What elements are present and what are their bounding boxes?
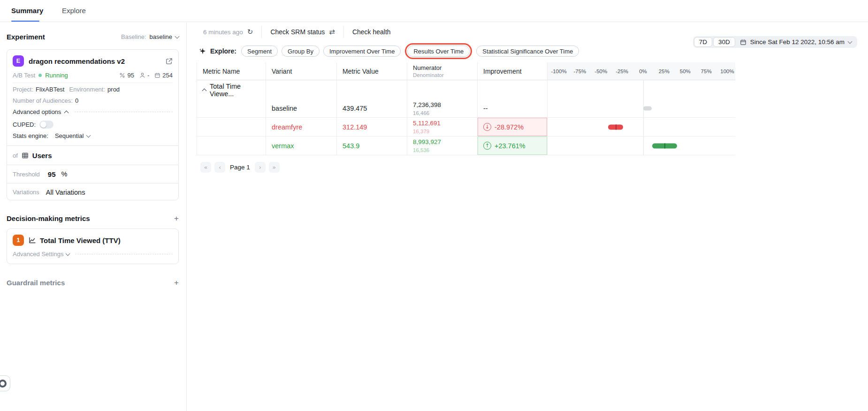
axis-tick-label: -100% bbox=[551, 68, 566, 74]
split-stat: 95 bbox=[119, 72, 134, 79]
variations-row[interactable]: Variations All Variations bbox=[7, 183, 178, 201]
unit-type-row[interactable]: of Users bbox=[7, 145, 178, 165]
split-value: 95 bbox=[127, 72, 134, 79]
metric-value: 439.475 bbox=[336, 99, 407, 117]
explore-chip-results-over-time[interactable]: Results Over Time bbox=[407, 46, 470, 57]
project-label: Project: bbox=[13, 86, 33, 93]
page-indicator: Page 1 bbox=[230, 164, 250, 171]
threshold-value[interactable]: 95 bbox=[48, 170, 56, 178]
experiment-badge: E bbox=[13, 55, 24, 67]
next-page-button[interactable]: › bbox=[255, 162, 266, 173]
advanced-settings-toggle[interactable]: Advanced Settings bbox=[13, 251, 173, 258]
stats-engine-label: Stats engine: bbox=[13, 132, 48, 139]
status-toolbar: 6 minutes ago ↻ Check SRM status ⇄ Check… bbox=[203, 26, 391, 38]
audiences-value: 0 bbox=[75, 97, 78, 104]
explore-chip-statistical-significance[interactable]: Statistical Significance Over Time bbox=[476, 46, 579, 57]
dashed-divider bbox=[75, 112, 173, 112]
experiment-type: A/B Test bbox=[13, 72, 35, 79]
ci-mean-marker bbox=[664, 143, 665, 148]
tab-summary[interactable]: Summary bbox=[11, 0, 43, 22]
stats-engine-row: Stats engine: Sequential bbox=[13, 132, 173, 139]
cuped-toggle[interactable] bbox=[39, 121, 53, 129]
user-icon bbox=[139, 72, 145, 78]
arrow-down-circle-icon: ↓ bbox=[483, 123, 491, 131]
advanced-options-label: Advanced options bbox=[13, 108, 61, 115]
of-label: of bbox=[13, 152, 18, 159]
numerator-value: 8,993,927 bbox=[413, 138, 441, 145]
check-srm-button[interactable]: Check SRM status bbox=[270, 28, 325, 36]
table-grid-icon bbox=[22, 152, 29, 159]
axis-tick-label: 25% bbox=[659, 68, 670, 74]
percent-icon bbox=[119, 72, 125, 78]
check-health-button[interactable]: Check health bbox=[352, 28, 391, 36]
advanced-options-toggle[interactable]: Advanced options bbox=[13, 108, 173, 115]
advanced-settings-label: Advanced Settings bbox=[13, 251, 63, 258]
prev-page-button[interactable]: ‹ bbox=[214, 162, 225, 173]
experiment-results-page: { "tabs": [ {"label": "Summary", "active… bbox=[0, 0, 868, 411]
metric-group-cell[interactable]: Total Time Viewe... bbox=[197, 80, 266, 99]
experiment-card-title-row: E dragon recommendations v2 bbox=[13, 55, 173, 67]
table-row-baseline: baseline 439.475 7,236,398 16,466 -- bbox=[197, 99, 735, 118]
baseline-dropdown[interactable]: Baseline: baseline bbox=[121, 33, 179, 40]
numerator-denominator-cell: 8,993,927 16,536 bbox=[407, 137, 477, 155]
audiences-row: Number of Audiences: 0 bbox=[13, 97, 173, 104]
dashed-divider bbox=[75, 254, 173, 254]
help-widget-button[interactable] bbox=[0, 375, 10, 391]
experiment-section-header: Experiment Baseline: baseline bbox=[7, 33, 179, 41]
environment-label: Environment: bbox=[69, 86, 105, 93]
experiment-name: dragon recommendations v2 bbox=[29, 57, 125, 65]
col-improvement: Improvement bbox=[477, 62, 547, 80]
decision-metrics-title: Decision-making metrics bbox=[7, 214, 90, 222]
add-guardrail-metric-button[interactable]: + bbox=[174, 279, 179, 287]
zero-gridline bbox=[643, 118, 644, 136]
experiment-card: E dragon recommendations v2 A/B Test Run… bbox=[7, 49, 179, 200]
external-link-icon[interactable] bbox=[166, 58, 173, 65]
toolbar-divider bbox=[261, 26, 262, 38]
improvement-cell: ↓ -28.972% bbox=[477, 118, 547, 136]
sync-icon[interactable]: ⇄ bbox=[329, 29, 335, 36]
experiment-section-title: Experiment bbox=[7, 33, 45, 41]
improvement-value: -- bbox=[483, 105, 488, 112]
last-page-button[interactable]: » bbox=[269, 162, 280, 173]
explore-toolbar: Explore: Segment Group By Improvement Ov… bbox=[199, 46, 579, 57]
axis-tick-label: 75% bbox=[701, 68, 712, 74]
environment-value: prod bbox=[107, 86, 120, 93]
chevron-down-icon bbox=[848, 39, 853, 44]
col-variant: Variant bbox=[266, 62, 336, 80]
toolbar-divider bbox=[343, 26, 344, 38]
metric-value: 312.149 bbox=[336, 118, 407, 136]
explore-chip-improvement-over-time[interactable]: Improvement Over Time bbox=[323, 46, 401, 57]
metric-rank-badge: 1 bbox=[13, 235, 24, 246]
baseline-value: baseline bbox=[150, 33, 172, 40]
metric-group-row: Total Time Viewe... bbox=[197, 80, 735, 99]
calendar-icon bbox=[154, 72, 160, 78]
refresh-icon[interactable]: ↻ bbox=[247, 29, 253, 36]
add-decision-metric-button[interactable]: + bbox=[174, 214, 179, 222]
variations-value: All Variations bbox=[46, 189, 85, 196]
explore-label: Explore: bbox=[210, 47, 236, 55]
calendar-icon bbox=[740, 39, 746, 46]
date-range-dropdown[interactable]: Since Sat Feb 12 2022, 10:56 am bbox=[735, 38, 856, 46]
variant-name: baseline bbox=[266, 99, 336, 117]
metric-name: Total Time Viewed (TTV) bbox=[40, 236, 121, 244]
stats-engine-dropdown[interactable]: Sequential bbox=[55, 132, 90, 139]
improvement-value: +23.761% bbox=[495, 142, 525, 150]
threshold-label: Threshold bbox=[13, 171, 40, 178]
chart-axis-header: -100%-75%-50%-25%0%25%50%75%100% bbox=[547, 62, 735, 80]
tab-explore[interactable]: Explore bbox=[62, 0, 86, 22]
first-page-button[interactable]: « bbox=[200, 162, 211, 173]
preset-7d-button[interactable]: 7D bbox=[694, 37, 712, 47]
collapse-chevron-icon[interactable] bbox=[202, 88, 207, 93]
explore-chip-segment[interactable]: Segment bbox=[241, 46, 278, 57]
zero-gridline bbox=[643, 137, 644, 155]
chevron-down-icon bbox=[175, 34, 180, 38]
improvement-cell: ↑ +23.761% bbox=[477, 137, 547, 155]
preset-30d-button[interactable]: 30D bbox=[713, 37, 735, 47]
days-stat: 254 bbox=[154, 72, 173, 79]
explore-chip-group-by[interactable]: Group By bbox=[282, 46, 320, 57]
numerator-value: 5,112,691 bbox=[413, 120, 441, 127]
stats-engine-value: Sequential bbox=[55, 132, 84, 139]
threshold-row: Threshold 95 % bbox=[7, 165, 178, 183]
users-stat: - bbox=[139, 72, 149, 79]
table-row-dreamfyre: dreamfyre 312.149 5,112,691 16,379 ↓ -28… bbox=[197, 118, 735, 137]
